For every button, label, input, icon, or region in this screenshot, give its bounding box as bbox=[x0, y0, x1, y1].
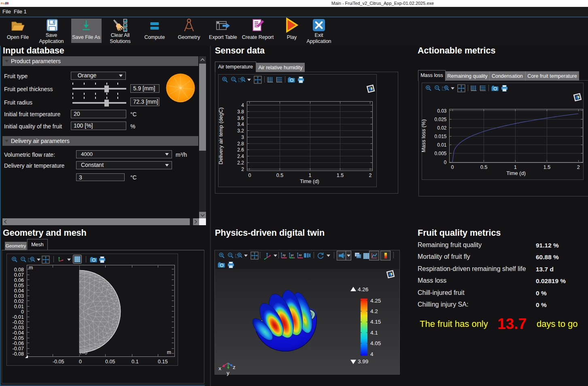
svg-text:Mass loss (%): Mass loss (%) bbox=[420, 119, 427, 152]
svg-text:0.01: 0.01 bbox=[437, 142, 447, 148]
svg-text:0.02: 0.02 bbox=[437, 125, 447, 131]
svg-text:0.025: 0.025 bbox=[434, 117, 446, 122]
svg-text:0: 0 bbox=[451, 164, 454, 170]
svg-text:0.015: 0.015 bbox=[434, 134, 446, 139]
svg-text:0.5: 0.5 bbox=[480, 164, 487, 170]
svg-text:0.03: 0.03 bbox=[437, 108, 447, 114]
svg-text:2: 2 bbox=[577, 164, 580, 170]
svg-text:0.005: 0.005 bbox=[434, 151, 446, 156]
svg-text:0: 0 bbox=[444, 160, 447, 165]
svg-text:1.5: 1.5 bbox=[543, 164, 550, 170]
svg-text:Time (d): Time (d) bbox=[506, 170, 526, 176]
svg-text:1: 1 bbox=[514, 164, 517, 170]
